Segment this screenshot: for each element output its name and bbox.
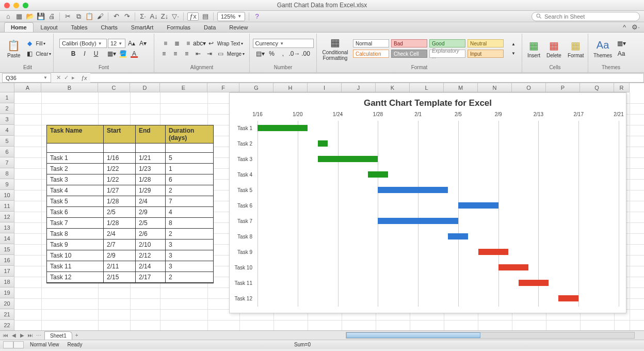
table-cell[interactable]: 2/15 — [104, 272, 136, 283]
font-name-select[interactable]: Calibri (Body)▼ — [59, 39, 107, 48]
gantt-bar[interactable] — [378, 187, 448, 193]
align-center-icon[interactable]: ≡ — [170, 49, 181, 58]
row-header[interactable]: 16 — [0, 255, 14, 266]
gantt-bar[interactable] — [318, 156, 378, 162]
align-left-icon[interactable]: ≡ — [159, 49, 169, 58]
underline-button[interactable]: U — [91, 49, 101, 58]
table-cell[interactable]: Task 12 — [47, 272, 104, 283]
gantt-bar[interactable] — [257, 125, 308, 131]
table-cell[interactable]: 1/28 — [104, 196, 136, 207]
indent-dec-icon[interactable]: ⇤ — [193, 49, 203, 58]
row-header[interactable]: 9 — [0, 179, 14, 190]
wrap-text-icon[interactable]: ↩ — [206, 39, 216, 48]
row-header[interactable]: 5 — [0, 136, 14, 147]
column-header[interactable]: I — [308, 83, 342, 92]
gantt-bar[interactable] — [378, 218, 458, 224]
table-cell[interactable]: 2/5 — [136, 218, 166, 229]
table-cell[interactable]: 2/14 — [136, 261, 166, 272]
table-cell[interactable]: 2/7 — [104, 240, 136, 250]
table-cell[interactable]: 1/22 — [104, 164, 136, 174]
gantt-bar[interactable] — [498, 264, 528, 270]
row-header[interactable]: 15 — [0, 244, 14, 255]
fx-icon[interactable]: ƒx — [187, 12, 199, 21]
column-header[interactable]: K — [376, 83, 410, 92]
scrollbar-thumb[interactable] — [346, 332, 480, 338]
tab-data[interactable]: Data — [198, 23, 222, 32]
row-header[interactable]: 14 — [0, 233, 14, 244]
increase-font-icon[interactable]: A▴ — [126, 39, 137, 48]
help-icon[interactable]: ? — [253, 12, 261, 21]
insert-cells-button[interactable]: ▦Insert — [525, 38, 542, 59]
column-header[interactable]: C — [98, 83, 130, 92]
table-cell[interactable]: Task 5 — [47, 196, 104, 207]
column-header[interactable]: Q — [580, 83, 614, 92]
table-cell[interactable]: Task 8 — [47, 229, 104, 240]
row-header[interactable]: 18 — [0, 277, 14, 288]
enter-formula-icon[interactable]: ✓ — [64, 74, 69, 81]
gantt-bar[interactable] — [558, 295, 578, 301]
prev-sheet-icon[interactable]: ◀ — [10, 332, 18, 338]
cut-icon[interactable]: ✂ — [63, 12, 72, 21]
row-header[interactable]: 13 — [0, 222, 14, 233]
style-check-cell[interactable]: Check Cell — [391, 50, 427, 58]
table-cell[interactable]: Task 11 — [47, 261, 104, 272]
table-cell[interactable]: 5 — [166, 153, 213, 164]
table-cell[interactable]: 1/23 — [136, 164, 166, 174]
font-color-button[interactable]: A — [129, 49, 139, 58]
cancel-formula-icon[interactable]: ✕ — [56, 74, 61, 81]
table-cell[interactable]: 1/16 — [104, 153, 136, 164]
align-mid-icon[interactable]: ≣ — [172, 39, 182, 48]
style-calculation[interactable]: Calculation — [353, 50, 389, 58]
gantt-bar[interactable] — [519, 280, 549, 286]
table-cell[interactable]: 7 — [166, 196, 213, 207]
add-sheet-button[interactable]: + — [72, 331, 82, 339]
table-cell[interactable]: 2 — [166, 185, 213, 196]
fill-icon[interactable]: ◆ — [25, 39, 35, 48]
view-normal-icon[interactable] — [3, 341, 13, 348]
column-header[interactable]: G — [239, 83, 273, 92]
column-header[interactable]: F — [207, 83, 239, 92]
delete-cells-button[interactable]: ▦Delete — [544, 38, 564, 59]
search-in-sheet[interactable] — [532, 12, 640, 21]
table-cell[interactable]: 1/28 — [104, 218, 136, 229]
view-page-icon[interactable] — [13, 341, 24, 348]
row-header[interactable]: 11 — [0, 201, 14, 212]
row-header[interactable]: 2 — [0, 103, 14, 114]
conditional-formatting-button[interactable]: ▦ Conditional Formatting — [320, 35, 350, 62]
last-sheet-icon[interactable]: ⏭ — [27, 332, 34, 338]
decrease-font-icon[interactable]: A▾ — [138, 39, 148, 48]
table-cell[interactable]: 1/28 — [136, 174, 166, 185]
paste-button[interactable]: 📋 Paste — [5, 38, 23, 59]
table-cell[interactable]: Task 9 — [47, 240, 104, 250]
column-header[interactable]: R — [614, 83, 630, 92]
sort-az-icon[interactable]: A↓ — [150, 12, 158, 21]
first-sheet-icon[interactable]: ⏮ — [2, 332, 9, 338]
tab-review[interactable]: Review — [223, 23, 254, 32]
settings-icon[interactable]: ⚙· — [632, 23, 640, 31]
open-icon[interactable]: 📂 — [26, 12, 34, 21]
tab-formulas[interactable]: Formulas — [160, 23, 197, 32]
table-cell[interactable]: Task 4 — [47, 185, 104, 196]
row-header[interactable]: 17 — [0, 266, 14, 277]
gantt-chart[interactable]: Gantt Chart Template for Excel1/161/201/… — [229, 92, 626, 313]
clear-label[interactable]: Clear — [36, 51, 49, 57]
name-box[interactable]: Q36▼ — [2, 73, 51, 83]
undo-icon[interactable]: ↶ — [112, 12, 120, 21]
styles-scroll-down-icon[interactable]: ▼ — [508, 49, 519, 58]
save-icon[interactable]: 💾 — [37, 12, 45, 21]
percent-icon[interactable]: % — [267, 49, 277, 58]
clear-icon[interactable]: ◧ — [25, 49, 35, 58]
table-cell[interactable]: Task 10 — [47, 250, 104, 261]
column-header[interactable]: A — [14, 83, 41, 92]
style-explanatory[interactable]: Explanatory ... — [429, 50, 465, 58]
table-cell[interactable]: 1 — [166, 164, 213, 174]
table-cell[interactable]: 2/4 — [104, 229, 136, 240]
print-icon[interactable]: 🖨 — [47, 12, 56, 21]
table-cell[interactable]: 2 — [166, 272, 213, 283]
table-cell[interactable]: Task 1 — [47, 153, 104, 164]
italic-button[interactable]: I — [79, 49, 90, 58]
row-header[interactable]: 19 — [0, 288, 14, 298]
column-header[interactable]: O — [512, 83, 546, 92]
table-cell[interactable]: 1/27 — [104, 185, 136, 196]
table-cell[interactable]: 2/12 — [136, 250, 166, 261]
